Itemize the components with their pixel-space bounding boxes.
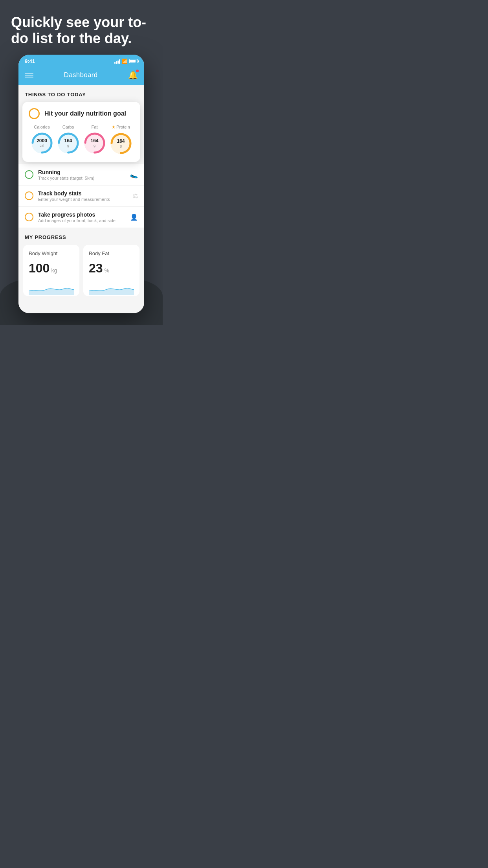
wifi-icon: 📶 <box>122 59 128 64</box>
menu-button[interactable] <box>25 73 33 77</box>
todo-circle[interactable] <box>25 191 33 200</box>
app-header: Dashboard 🔔 <box>18 66 144 85</box>
todo-name: Take progress photos <box>38 211 125 218</box>
todo-list: RunningTrack your stats (target: 5km)🥿Tr… <box>18 164 144 228</box>
nutrition-card-header: Hit your daily nutrition goal <box>29 108 134 119</box>
progress-cards: Body Weight100kgBody Fat23% <box>23 245 139 296</box>
todo-circle[interactable] <box>25 213 33 221</box>
progress-card-title: Body Weight <box>29 250 74 256</box>
progress-section-title: MY PROGRESS <box>23 234 139 240</box>
ring-value: 164g <box>64 138 72 147</box>
progress-card[interactable]: Body Weight100kg <box>23 245 79 296</box>
nutrition-ring-item: ★ Protein164g <box>110 125 132 155</box>
todo-circle[interactable] <box>25 170 33 179</box>
nutrition-ring-item: Carbs164g <box>57 125 80 155</box>
nutrition-ring-item: Fat164g <box>83 125 106 155</box>
ring-unit: cal <box>37 143 47 147</box>
todo-type-icon: ⚖ <box>132 192 138 200</box>
ring-number: 164 <box>90 138 98 143</box>
ring-number: 164 <box>117 139 125 144</box>
phone-wrapper: 9:41 📶 <box>0 55 163 325</box>
todo-item[interactable]: Take progress photosAdd images of your f… <box>18 207 144 228</box>
todo-sub: Add images of your front, back, and side <box>38 218 125 223</box>
ring-label: Calories <box>34 125 50 129</box>
progress-unit: kg <box>51 267 57 274</box>
ring-svg: 164g <box>83 132 106 154</box>
ring-value: 2000cal <box>37 138 47 147</box>
hero-title: Quickly see your to-do list for the day. <box>11 14 152 47</box>
notification-button[interactable]: 🔔 <box>128 70 138 80</box>
status-time: 9:41 <box>25 58 35 64</box>
ring-label: Fat <box>92 125 98 129</box>
ring-unit: g <box>117 144 125 148</box>
progress-value-row: 23% <box>89 261 134 276</box>
nutrition-ring-item: Calories2000cal <box>31 125 53 155</box>
ring-unit: g <box>90 143 98 147</box>
ring-value: 164g <box>117 139 125 148</box>
ring-label: Carbs <box>62 125 74 129</box>
todo-name: Running <box>38 169 125 175</box>
today-section-title: THINGS TO DO TODAY <box>25 92 86 97</box>
status-icons: 📶 <box>114 59 138 64</box>
todo-text: RunningTrack your stats (target: 5km) <box>38 169 125 180</box>
hero-section: Quickly see your to-do list for the day. <box>0 0 163 55</box>
status-bar: 9:41 📶 <box>18 55 144 66</box>
progress-card[interactable]: Body Fat23% <box>83 245 139 296</box>
progress-number: 23 <box>89 261 103 276</box>
progress-chart <box>29 280 74 296</box>
today-section-header: THINGS TO DO TODAY <box>18 85 144 102</box>
ring-svg: 164g <box>57 132 80 154</box>
nutrition-card: Hit your daily nutrition goal Calories20… <box>22 102 140 162</box>
todo-name: Track body stats <box>38 190 128 197</box>
ring-unit: g <box>64 143 72 147</box>
phone-frame: 9:41 📶 <box>18 55 144 313</box>
todo-sub: Track your stats (target: 5km) <box>38 176 125 180</box>
progress-unit: % <box>105 267 109 274</box>
ring-svg: 164g <box>110 132 132 155</box>
ring-value: 164g <box>90 138 98 147</box>
progress-number: 100 <box>29 261 50 276</box>
todo-sub: Enter your weight and measurements <box>38 197 128 202</box>
star-icon: ★ <box>112 125 116 130</box>
nutrition-card-title: Hit your daily nutrition goal <box>44 110 126 117</box>
progress-section: MY PROGRESS Body Weight100kgBody Fat23% <box>18 228 144 302</box>
ring-number: 2000 <box>37 138 47 143</box>
ring-label: ★ Protein <box>112 125 130 130</box>
battery-icon <box>129 59 138 63</box>
progress-chart <box>89 280 134 296</box>
header-title: Dashboard <box>64 71 98 79</box>
nutrition-circle-check[interactable] <box>29 108 40 119</box>
ring-svg: 2000cal <box>31 132 53 154</box>
todo-item[interactable]: RunningTrack your stats (target: 5km)🥿 <box>18 164 144 186</box>
phone-content: THINGS TO DO TODAY Hit your daily nutrit… <box>18 85 144 313</box>
todo-text: Take progress photosAdd images of your f… <box>38 211 125 223</box>
progress-value-row: 100kg <box>29 261 74 276</box>
todo-type-icon: 👤 <box>130 213 138 221</box>
ring-number: 164 <box>64 138 72 143</box>
progress-card-title: Body Fat <box>89 250 134 256</box>
nutrition-rings: Calories2000calCarbs164gFat164g★ Protein… <box>29 125 134 155</box>
todo-text: Track body statsEnter your weight and me… <box>38 190 128 202</box>
todo-item[interactable]: Track body statsEnter your weight and me… <box>18 186 144 207</box>
todo-type-icon: 🥿 <box>130 171 138 178</box>
notification-badge <box>136 70 139 72</box>
signal-icon <box>114 59 120 64</box>
